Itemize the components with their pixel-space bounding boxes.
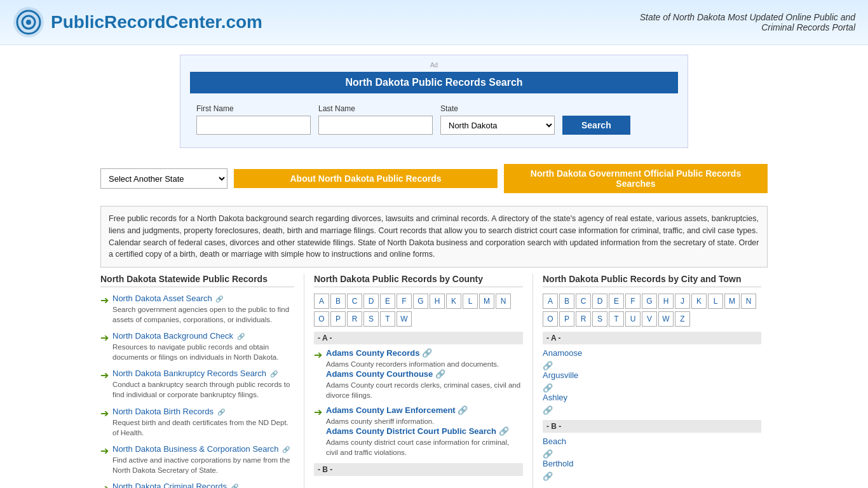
search-fields: First Name Last Name State North Dakota … [190,101,678,138]
letter-btn-L[interactable]: L [463,294,478,309]
arrow-icon: ➔ [100,445,109,475]
city-link-ashley[interactable]: Ashley [543,393,761,402]
ext-icon: 🔗 [217,409,225,416]
city-letter-btn-D[interactable]: D [592,294,607,309]
city-section-a: - A - [543,332,761,344]
city-letter-btn-R[interactable]: R [576,311,591,327]
letter-btn-A[interactable]: A [314,294,329,309]
record-link[interactable]: North Dakota Background Check [112,331,233,341]
city-letter-btn-J[interactable]: J [675,294,690,309]
ext-icon: 🔗 [435,369,445,379]
record-item: ➔ North Dakota Criminal Records 🔗 [100,482,294,488]
search-button[interactable]: Search [562,116,630,135]
main-content: North Dakota Statewide Public Records ➔ … [100,274,768,488]
header: PublicRecordCenter.com State of North Da… [0,0,868,45]
city-letter-btn-H[interactable]: H [658,294,674,309]
city-letter-btn-U[interactable]: U [625,311,641,327]
city-letter-btn-F[interactable]: F [625,294,641,309]
county-sub-link[interactable]: Adams County Courthouse [326,369,433,379]
city-letter-btn-N[interactable]: N [741,294,756,309]
letter-btn-N[interactable]: N [496,294,511,309]
letter-btn-G[interactable]: G [413,294,428,309]
letter-btn-M[interactable]: M [479,294,494,309]
record-link[interactable]: North Dakota Bankruptcy Records Search [112,369,266,378]
ad-search-container: Ad North Dakota Public Records Search Fi… [180,55,688,148]
first-name-input[interactable] [196,116,311,135]
record-link[interactable]: North Dakota Birth Records [112,407,214,416]
letter-btn-T[interactable]: T [380,311,395,327]
record-desc: Request birth and death certificates fro… [112,417,294,438]
record-content: North Dakota Asset Search 🔗 Search gover… [112,294,294,325]
county-link[interactable]: Adams County Law Enforcement [326,405,456,415]
city-letter-btn-M[interactable]: M [724,294,740,309]
last-name-input[interactable] [318,116,433,135]
city-link-beach[interactable]: Beach [543,437,761,446]
city-link-argusville[interactable]: Argusville [543,370,761,380]
arrow-icon: ➔ [314,406,322,458]
county-section-b: - B - [314,463,523,476]
city-letter-btn-C[interactable]: C [576,294,591,309]
letter-btn-P[interactable]: P [330,311,346,327]
county-heading: North Dakota Public Records by County [314,274,523,287]
record-link[interactable]: North Dakota Criminal Records [112,482,227,488]
city-letter-btn-T[interactable]: T [609,311,624,327]
logo-text: PublicRecordCenter.com [51,12,262,32]
city-letter-btn-A[interactable]: A [543,294,558,309]
county-desc: Adams County recorders information and d… [326,359,523,369]
letter-btn-D[interactable]: D [363,294,379,309]
ext-icon: 🔗 [543,383,553,393]
letter-btn-C[interactable]: C [347,294,362,309]
logo-icon [13,6,44,38]
letter-btn-S[interactable]: S [363,311,379,327]
record-item: ➔ North Dakota Asset Search 🔗 Search gov… [100,294,294,325]
letter-btn-F[interactable]: F [397,294,412,309]
county-link[interactable]: Adams County Records [326,348,419,358]
city-letter-btn-P[interactable]: P [559,311,574,327]
record-link[interactable]: North Dakota Asset Search [112,294,212,303]
city-letter-btn-O[interactable]: O [543,311,558,327]
county-sub-link[interactable]: Adams County District Court Public Searc… [326,426,496,436]
ext-icon: 🔗 [215,295,223,302]
col-county: North Dakota Public Records by County A … [304,274,532,488]
arrow-icon: ➔ [100,369,109,400]
letter-btn-K[interactable]: K [446,294,461,309]
state-select-nav[interactable]: Select Another State [100,168,227,189]
logo-area: PublicRecordCenter.com [13,6,262,38]
city-letter-btn-L[interactable]: L [708,294,723,309]
city-letter-btn-Z[interactable]: Z [675,311,690,327]
record-item: ➔ North Dakota Background Check 🔗 Resour… [100,331,294,362]
city-letter-btn-W[interactable]: W [658,311,674,327]
county-letter-nav-row1: A B C D E F G H K L M N [314,294,523,309]
county-section-a: - A - [314,332,523,344]
city-letter-btn-S[interactable]: S [592,311,607,327]
city-link-anamoose[interactable]: Anamoose [543,348,761,358]
arrow-icon: ➔ [100,407,109,438]
svg-point-3 [26,20,31,25]
last-name-group: Last Name [318,104,433,135]
city-letter-btn-G[interactable]: G [642,294,657,309]
col-city: North Dakota Public Records by City and … [532,274,761,488]
gov-search-button[interactable]: North Dakota Government Official Public … [504,164,768,193]
letter-btn-E[interactable]: E [380,294,395,309]
about-nd-button[interactable]: About North Dakota Public Records [234,169,498,188]
ext-icon: 🔗 [543,471,553,481]
city-letter-btn-K[interactable]: K [691,294,707,309]
city-section-b: - B - [543,420,761,433]
ext-icon: 🔗 [422,348,432,358]
city-link-berthold[interactable]: Berthold [543,459,761,468]
letter-btn-W[interactable]: W [397,311,412,327]
nav-bar: Select Another State About North Dakota … [100,158,768,200]
letter-btn-H[interactable]: H [430,294,445,309]
ad-label: Ad [190,62,678,69]
record-link[interactable]: North Dakota Business & Corporation Sear… [112,444,279,454]
city-letter-btn-V[interactable]: V [642,311,657,327]
letter-btn-O[interactable]: O [314,311,329,327]
county-item: ➔ Adams County Law Enforcement 🔗 Adams c… [314,405,523,458]
letter-btn-R[interactable]: R [347,311,362,327]
city-letter-btn-E[interactable]: E [609,294,624,309]
record-item: ➔ North Dakota Bankruptcy Records Search… [100,369,294,400]
letter-btn-B[interactable]: B [330,294,346,309]
ext-icon: 🔗 [499,426,509,436]
city-letter-btn-B[interactable]: B [559,294,574,309]
state-select-search[interactable]: North Dakota [440,116,555,135]
